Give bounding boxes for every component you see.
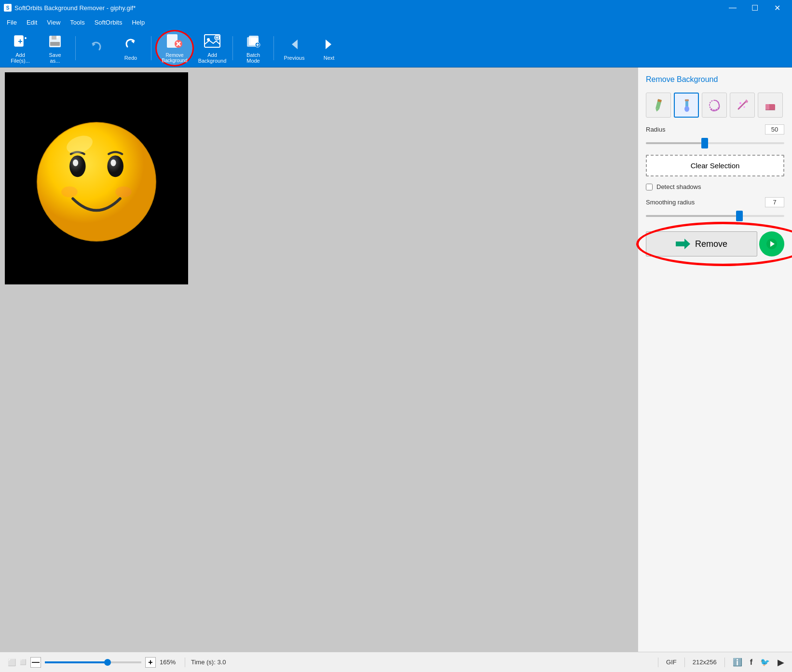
detect-shadows-checkbox[interactable] [646, 184, 653, 190]
smoothing-slider-thumb[interactable] [736, 211, 743, 221]
radius-label-row: Radius 50 [646, 124, 784, 134]
smoothing-label: Smoothing radius [646, 199, 695, 206]
menu-bar: File Edit View Tools SoftOrbits Help [0, 15, 792, 29]
status-divider-1 [185, 658, 185, 667]
smoothing-slider-fill [646, 215, 736, 217]
menu-tools[interactable]: Tools [65, 17, 89, 28]
svg-marker-26 [292, 40, 298, 49]
svg-point-40 [684, 106, 689, 112]
green-play-icon [766, 238, 778, 250]
eraser-tool-btn[interactable] [758, 93, 783, 118]
separator-4 [273, 36, 274, 60]
svg-marker-51 [676, 239, 690, 249]
smiley-container [5, 72, 188, 284]
dimensions-label: 212x256 [693, 659, 717, 666]
title-bar-controls: — ☐ ✕ [722, 0, 788, 15]
facebook-icon[interactable]: f [750, 658, 752, 667]
batch-mode-label: BatchMode [246, 52, 260, 64]
brush-tool-btn[interactable] [674, 93, 699, 118]
zoom-in-button[interactable]: + [145, 657, 156, 668]
close-button[interactable]: ✕ [766, 0, 788, 15]
redo-label: Redo [124, 55, 137, 61]
app-title: SoftOrbits Background Remover - giphy.gi… [14, 4, 136, 12]
detect-shadows-label[interactable]: Detect shadows [656, 183, 701, 190]
radius-label: Radius [646, 126, 665, 133]
clear-selection-button[interactable]: Clear Selection [646, 155, 784, 176]
zoom-out-button[interactable]: — [30, 657, 41, 668]
lasso-tool-btn[interactable] [702, 93, 727, 118]
main-content: Remove Background [0, 67, 792, 652]
radius-value[interactable]: 50 [765, 124, 784, 134]
add-background-button[interactable]: AddBackground [196, 32, 229, 65]
youtube-icon[interactable]: ▶ [778, 657, 784, 668]
detect-shadows-row: Detect shadows [646, 183, 784, 190]
app-icon: S [4, 4, 12, 12]
svg-line-43 [738, 101, 746, 109]
svg-point-47 [739, 107, 740, 108]
radius-section: Radius 50 [646, 124, 784, 148]
remove-button[interactable]: Remove [646, 231, 757, 256]
svg-point-33 [61, 187, 78, 197]
zoom-slider[interactable] [45, 661, 141, 663]
smoothing-slider-container[interactable] [646, 211, 784, 221]
svg-point-28 [37, 122, 156, 241]
svg-point-46 [744, 107, 745, 108]
menu-edit[interactable]: Edit [22, 17, 42, 28]
undo-button[interactable] [80, 32, 112, 65]
redo-button[interactable]: Redo [114, 32, 147, 65]
time-label: Time (s): 3.0 [191, 659, 226, 666]
next-button[interactable]: Next [313, 32, 345, 65]
add-background-label: AddBackground [198, 52, 227, 64]
svg-text:+: + [18, 37, 22, 45]
svg-rect-7 [50, 42, 60, 46]
pencil-tool-btn[interactable] [646, 93, 671, 118]
zoom-slider-fill [45, 661, 108, 663]
zoom-level-label: 165% [160, 659, 179, 666]
batch-mode-button[interactable]: BatchMode [237, 32, 270, 65]
svg-point-34 [115, 187, 132, 197]
status-divider-3 [684, 658, 685, 667]
zoom-slider-thumb[interactable] [104, 659, 111, 666]
svg-marker-27 [326, 40, 331, 49]
add-background-icon [204, 33, 221, 50]
remove-background-button[interactable]: RemoveBackground [155, 30, 194, 67]
add-file-button[interactable]: + AddFile(s)... [4, 32, 37, 65]
status-bar: ⬜ ⬜ — + 165% Time (s): 3.0 GIF 212x256 ℹ… [0, 652, 792, 672]
svg-point-32 [110, 160, 116, 166]
wand-tool-btn[interactable] [730, 93, 755, 118]
panel-tools-row [646, 93, 784, 118]
previous-button[interactable]: Previous [278, 32, 311, 65]
maximize-button[interactable]: ☐ [744, 0, 766, 15]
radius-slider-container[interactable] [646, 138, 784, 148]
toolbar: + AddFile(s)... Saveas... [0, 29, 792, 67]
save-as-button[interactable]: Saveas... [39, 32, 71, 65]
svg-rect-8 [56, 36, 58, 38]
next-icon [320, 36, 338, 53]
info-icon[interactable]: ℹ️ [733, 658, 742, 667]
menu-view[interactable]: View [42, 17, 65, 28]
save-as-icon [46, 33, 64, 50]
remove-background-label: RemoveBackground [162, 53, 187, 63]
image-canvas [5, 72, 188, 284]
menu-file[interactable]: File [2, 17, 22, 28]
title-bar: S SoftOrbits Background Remover - giphy.… [0, 0, 792, 15]
save-as-label: Saveas... [49, 52, 61, 64]
green-circle-button[interactable] [759, 231, 784, 256]
svg-rect-6 [52, 36, 56, 40]
radius-slider-thumb[interactable] [701, 138, 708, 148]
smoothing-slider-track [646, 215, 784, 217]
svg-point-45 [739, 102, 741, 104]
menu-help[interactable]: Help [127, 17, 150, 28]
menu-softorbits[interactable]: SoftOrbits [90, 17, 127, 28]
remove-btn-label: Remove [695, 239, 727, 249]
canvas-area[interactable] [0, 67, 638, 652]
svg-point-31 [73, 160, 78, 166]
redo-icon [122, 36, 139, 53]
twitter-icon[interactable]: 🐦 [760, 658, 770, 667]
separator-2 [151, 36, 151, 60]
minimize-button[interactable]: — [722, 0, 744, 15]
smoothing-value[interactable]: 7 [765, 197, 784, 207]
undo-icon [87, 39, 105, 56]
separator-3 [232, 36, 233, 60]
format-label: GIF [666, 659, 677, 666]
